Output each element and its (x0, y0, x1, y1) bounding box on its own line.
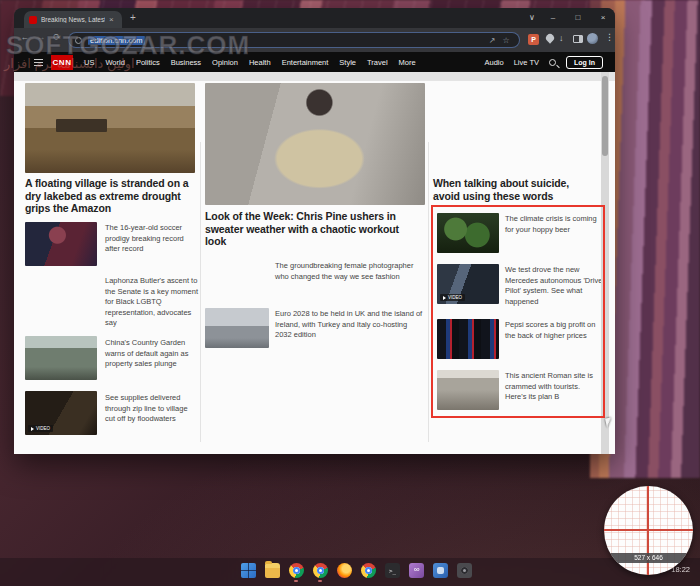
address-bar[interactable]: edition.cnn.com ↗ ☆ (68, 32, 520, 48)
taskbar-icons: >_ ∞ (241, 563, 472, 578)
article-thumbnail-stadium[interactable] (205, 308, 269, 348)
nav-item-travel[interactable]: Travel (367, 58, 388, 67)
site-info-icon[interactable] (75, 37, 82, 44)
new-tab-button[interactable]: + (130, 12, 136, 23)
chrome-icon[interactable] (289, 563, 304, 578)
screenshot-app-icon[interactable] (457, 563, 472, 578)
extension-p-icon[interactable]: P (528, 34, 539, 45)
nav-item-us[interactable]: US (84, 58, 94, 67)
nav-item-live-tv[interactable]: Live TV (514, 58, 539, 67)
desktop: Breaking News, Latest News an... × + ∨ –… (0, 0, 700, 586)
browser-toolbar: ← → ⟳ edition.cnn.com ↗ ☆ P ↓ ⋮ (14, 28, 615, 52)
close-button[interactable]: × (595, 11, 611, 25)
snip-selection-box[interactable] (431, 205, 605, 418)
back-icon[interactable]: ← (18, 32, 32, 42)
chrome-icon[interactable] (361, 563, 376, 578)
play-icon (31, 427, 34, 431)
minimize-button[interactable]: – (545, 11, 561, 25)
cnn-logo[interactable]: CNN (51, 55, 73, 70)
nav-item-entertainment[interactable]: Entertainment (282, 58, 329, 67)
browser-tab[interactable]: Breaking News, Latest News an... × (24, 11, 122, 28)
article-thumbnail-flood-video[interactable]: VIDEO (25, 391, 97, 435)
selection-size-label: 527 x 646 (604, 553, 693, 563)
cnn-nav-bar: CNN US World Politics Business Opinion H… (14, 52, 615, 72)
tab-title: Breaking News, Latest News an... (41, 16, 105, 23)
column-divider (200, 142, 201, 442)
cnn-favicon (29, 16, 37, 24)
running-indicator (294, 580, 298, 582)
taskbar: >_ ∞ 18:22 (0, 558, 700, 586)
article-link[interactable]: Euro 2028 to be held in UK and the islan… (275, 309, 423, 341)
browser-menu-icon[interactable]: ⋮ (605, 32, 614, 42)
article-link[interactable]: Laphonza Butler's ascent to the Senate i… (105, 276, 199, 329)
hamburger-menu-icon[interactable] (34, 59, 43, 66)
login-button[interactable]: Log In (566, 56, 603, 69)
start-button-icon[interactable] (241, 563, 256, 578)
file-explorer-icon[interactable] (265, 563, 280, 578)
scrollbar-thumb[interactable] (602, 76, 608, 156)
chrome-icon[interactable] (313, 563, 328, 578)
snip-magnifier: 527 x 646 (604, 486, 693, 575)
visual-studio-icon[interactable]: ∞ (409, 563, 424, 578)
article-link[interactable]: See supplies delivered through zip line … (105, 393, 199, 425)
article-thumbnail-soccer[interactable] (25, 222, 97, 266)
nav-item-business[interactable]: Business (171, 58, 201, 67)
profile-avatar[interactable] (587, 33, 598, 44)
browser-tab-bar: Breaking News, Latest News an... × + ∨ –… (14, 8, 615, 28)
maximize-button[interactable]: □ (570, 11, 586, 25)
page-top-strip (14, 72, 615, 81)
bookmark-star-icon[interactable]: ☆ (499, 36, 513, 45)
url-text[interactable]: edition.cnn.com (88, 36, 145, 45)
video-badge: VIDEO (28, 425, 53, 432)
firefox-icon[interactable] (337, 563, 352, 578)
article-image-chris-pine[interactable] (205, 83, 425, 205)
pin-extension-icon[interactable] (544, 32, 555, 43)
share-icon[interactable]: ↗ (485, 36, 499, 45)
tab-search-icon[interactable]: ∨ (524, 11, 540, 25)
article-headline[interactable]: When talking about suicide, avoid using … (433, 177, 597, 202)
nav-item-style[interactable]: Style (339, 58, 356, 67)
article-thumbnail-building[interactable] (25, 336, 97, 380)
side-panel-icon[interactable] (573, 35, 583, 43)
download-icon[interactable]: ↓ (559, 33, 564, 43)
reload-icon[interactable]: ⟳ (50, 32, 64, 42)
nav-item-health[interactable]: Health (249, 58, 271, 67)
nav-item-world[interactable]: World (105, 58, 124, 67)
article-link[interactable]: The groundbreaking female photographer w… (275, 261, 423, 282)
tab-close-icon[interactable]: × (109, 16, 114, 24)
running-indicator (318, 580, 322, 582)
cnn-nav-right: Audio Live TV Log In (485, 56, 603, 69)
forward-icon[interactable]: → (34, 32, 48, 42)
search-icon[interactable] (549, 59, 556, 66)
article-headline[interactable]: A floating village is stranded on a dry … (25, 177, 199, 215)
column-divider (428, 142, 429, 442)
nav-item-opinion[interactable]: Opinion (212, 58, 238, 67)
nav-item-more[interactable]: More (399, 58, 416, 67)
article-headline[interactable]: Look of the Week: Chris Pine ushers in s… (205, 210, 415, 248)
terminal-icon[interactable]: >_ (385, 563, 400, 578)
article-image-amazon-drought[interactable] (25, 83, 195, 173)
nav-item-audio[interactable]: Audio (485, 58, 504, 67)
article-link[interactable]: China's Country Garden warns of default … (105, 338, 199, 370)
article-link[interactable]: The 16-year-old soccer prodigy breaking … (105, 223, 199, 255)
blue-app-icon[interactable] (433, 563, 448, 578)
cnn-menu: US World Politics Business Opinion Healt… (84, 58, 416, 67)
nav-item-politics[interactable]: Politics (136, 58, 160, 67)
